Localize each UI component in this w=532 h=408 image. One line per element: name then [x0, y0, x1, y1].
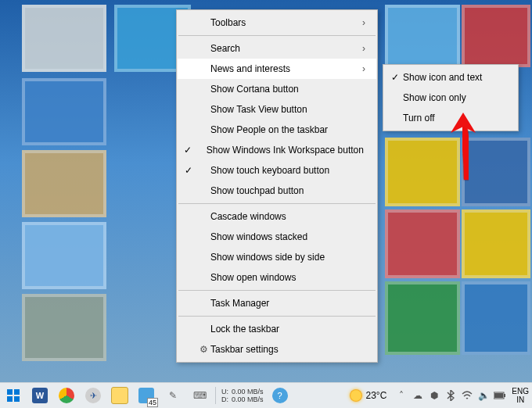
submenu-item-turn-off[interactable]: Turn off — [384, 108, 517, 128]
onedrive-icon[interactable]: ☁ — [410, 383, 426, 408]
menu-item-stacked[interactable]: Show windows stacked — [178, 227, 376, 247]
ink-workspace-icon[interactable]: ✎ — [160, 383, 186, 408]
submenu-item-icon-only[interactable]: Show icon only — [384, 88, 517, 108]
menu-item-task-manager[interactable]: Task Manager — [178, 293, 376, 313]
taskbar-app-explorer[interactable] — [106, 383, 133, 408]
menu-label: Show People on the taskbar — [210, 124, 362, 135]
menu-separator — [178, 290, 376, 291]
touch-keyboard-icon[interactable]: ⌨ — [186, 383, 213, 408]
news-interests-submenu: ✓ Show icon and text Show icon only Turn… — [383, 64, 519, 131]
menu-label: Turn off — [403, 113, 514, 123]
menu-label: Toolbars — [210, 17, 362, 28]
check-icon: ✓ — [181, 165, 196, 176]
menu-item-people[interactable]: Show People on the taskbar — [178, 120, 376, 140]
taskbar-app-telegram[interactable]: ✈ — [80, 383, 106, 408]
sun-icon — [350, 389, 362, 402]
menu-label: Show touch keyboard button — [210, 165, 362, 176]
menu-label: Show windows stacked — [210, 231, 362, 242]
menu-label: Search — [210, 43, 362, 54]
menu-separator — [178, 203, 376, 204]
menu-item-taskbar-settings[interactable]: ⚙ Taskbar settings — [178, 339, 376, 360]
menu-label: Show icon only — [403, 92, 514, 103]
menu-item-touchpad[interactable]: Show touchpad button — [178, 181, 376, 201]
weather-widget[interactable]: 23°C — [343, 389, 394, 402]
menu-label: Lock the taskbar — [210, 324, 362, 335]
taskbar-app-word[interactable]: W — [27, 383, 53, 408]
menu-label: Show icon and text — [403, 72, 514, 83]
lang-top: ENG — [512, 387, 529, 395]
menu-label: Show windows side by side — [210, 252, 362, 263]
menu-item-news-interests[interactable]: News and interests › — [178, 59, 376, 79]
taskbar-left: W ✈ 45 ✎ ⌨ U:0.00 MB/s D:0.00 MB/s ? — [0, 383, 293, 408]
menu-label: Show Task View button — [210, 104, 362, 115]
weather-temp: 23°C — [366, 390, 387, 401]
submenu-item-icon-text[interactable]: ✓ Show icon and text — [384, 67, 517, 88]
taskbar-right: 23°C ˄ ☁ ⬢ 🔈 ENG IN — [343, 383, 532, 408]
check-icon: ✓ — [387, 72, 403, 83]
menu-item-side-by-side[interactable]: Show windows side by side — [178, 247, 376, 267]
taskbar[interactable]: W ✈ 45 ✎ ⌨ U:0.00 MB/s D:0.00 MB/s ? 23°… — [0, 382, 532, 408]
settings-tray-icon[interactable]: ⬢ — [426, 383, 442, 408]
lang-bot: IN — [512, 395, 529, 404]
chevron-right-icon: › — [362, 43, 373, 54]
windows-icon — [7, 389, 20, 402]
download-label: D: — [221, 395, 228, 403]
taskbar-app-folder-45[interactable]: 45 — [133, 383, 160, 408]
svg-rect-6 — [494, 393, 503, 398]
gear-icon: ⚙ — [196, 344, 210, 355]
volume-icon[interactable]: 🔈 — [476, 383, 491, 408]
taskbar-app-chrome[interactable] — [53, 383, 80, 408]
menu-label: Show Windows Ink Workspace button — [207, 145, 364, 156]
badge-count: 45 — [147, 398, 158, 407]
chevron-right-icon: › — [362, 17, 373, 28]
menu-label: Show Cortana button — [210, 84, 362, 95]
menu-item-open-windows[interactable]: Show open windows — [178, 267, 376, 288]
desktop[interactable]: Toolbars › Search › News and interests ›… — [0, 0, 532, 408]
upload-value: 0.00 MB/s — [232, 388, 264, 395]
network-speed-widget[interactable]: U:0.00 MB/s D:0.00 MB/s — [218, 388, 267, 403]
menu-item-ink[interactable]: ✓ Show Windows Ink Workspace button — [178, 140, 376, 160]
svg-rect-5 — [504, 394, 505, 397]
menu-label: Task Manager — [210, 298, 362, 309]
taskbar-divider — [215, 387, 216, 404]
language-indicator[interactable]: ENG IN — [509, 387, 532, 404]
menu-separator — [178, 316, 376, 317]
menu-item-touch-keyboard[interactable]: ✓ Show touch keyboard button — [178, 160, 376, 181]
bluetooth-icon[interactable] — [443, 383, 458, 408]
download-value: 0.00 MB/s — [232, 395, 264, 403]
menu-label: News and interests — [210, 63, 362, 74]
tray-help-icon[interactable]: ? — [267, 383, 293, 408]
svg-rect-0 — [7, 389, 13, 395]
svg-rect-1 — [14, 389, 20, 395]
menu-item-toolbars[interactable]: Toolbars › — [178, 13, 376, 33]
menu-item-cascade[interactable]: Cascade windows — [178, 206, 376, 227]
svg-rect-2 — [7, 396, 13, 402]
menu-label: Show touchpad button — [210, 185, 362, 196]
menu-item-taskview[interactable]: Show Task View button — [178, 99, 376, 120]
wifi-icon[interactable] — [459, 383, 475, 408]
menu-separator — [178, 35, 376, 36]
taskbar-context-menu: Toolbars › Search › News and interests ›… — [176, 9, 378, 363]
tray-overflow-icon[interactable]: ˄ — [394, 383, 409, 408]
menu-label: Cascade windows — [210, 211, 362, 222]
menu-item-search[interactable]: Search › — [178, 38, 376, 59]
svg-rect-3 — [14, 396, 20, 402]
menu-item-cortana[interactable]: Show Cortana button — [178, 79, 376, 99]
menu-label: Taskbar settings — [210, 344, 362, 355]
menu-label: Show open windows — [210, 272, 362, 283]
upload-label: U: — [221, 388, 228, 395]
start-button[interactable] — [0, 383, 27, 408]
check-icon: ✓ — [181, 145, 194, 156]
menu-item-lock-taskbar[interactable]: Lock the taskbar — [178, 319, 376, 339]
chevron-right-icon: › — [362, 63, 373, 74]
battery-icon[interactable] — [492, 383, 508, 408]
